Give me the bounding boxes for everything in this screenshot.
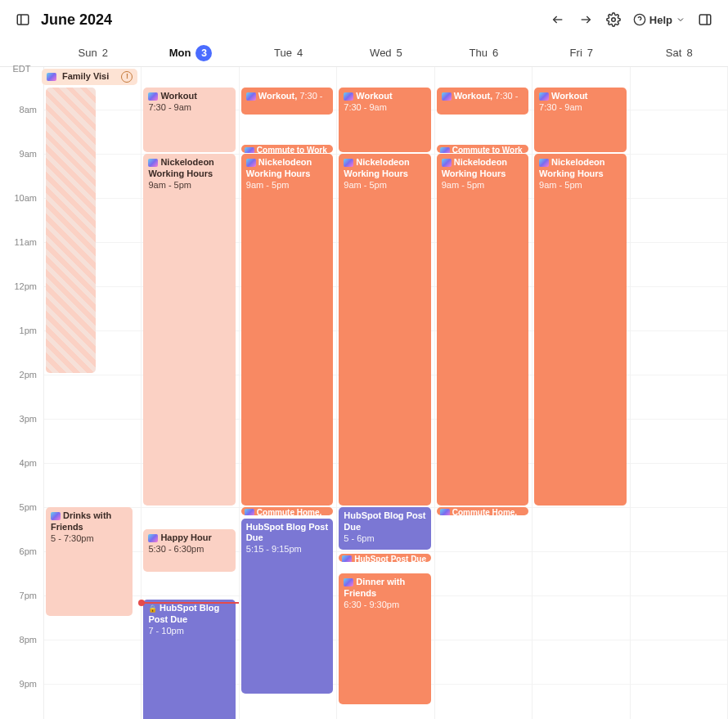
calendar-color-icon <box>51 512 61 520</box>
calendar-event[interactable]: 🔒 HubSpot Blog Post Due7 - 10pm <box>143 600 235 719</box>
calendar-event[interactable]: Dinner with Friends6:30 - 9:30pm <box>339 573 430 704</box>
day-column[interactable] <box>631 67 728 719</box>
event-title: Commute Home, <box>257 508 321 515</box>
help-button[interactable]: Help <box>633 13 685 26</box>
event-title: Workout <box>551 91 587 101</box>
day-column[interactable]: Workout, 7:30 -Commute to WorkNickelodeo… <box>435 67 533 719</box>
calendar-event[interactable]: Commute to Work <box>241 145 333 153</box>
calendar-event[interactable]: Nickelodeon Working Hours9am - 5pm <box>339 154 430 506</box>
event-time: 7:30 - <box>495 91 518 101</box>
day-column[interactable]: Workout7:30 - 9amNickelodeon Working Hou… <box>337 67 434 719</box>
event-time: 7:30 - 9am <box>539 102 582 112</box>
calendar-event[interactable]: Commute Home, <box>241 507 333 515</box>
warning-icon: ! <box>121 71 133 83</box>
day-header[interactable]: Tue4 <box>240 39 337 66</box>
calendar-grid[interactable]: Family Visi!Drinks with Friends5 - 7:30p… <box>44 67 728 719</box>
calendar-event[interactable]: Commute Home, <box>437 507 528 515</box>
event-time: 9am - 5pm <box>246 180 290 190</box>
calendar-event[interactable]: Workout, 7:30 - <box>241 88 333 115</box>
calendar-event[interactable]: HubSpot Blog Post Due5:15 - 9:15pm <box>241 519 333 694</box>
calendar-event[interactable]: Nickelodeon Working Hours9am - 5pm <box>437 154 528 506</box>
hour-label: 9am <box>20 149 37 159</box>
event-title: HubSpot Blog Post Due <box>246 522 328 543</box>
day-column[interactable]: Workout7:30 - 9amNickelodeon Working Hou… <box>142 67 239 719</box>
event-title: Nickelodeon Working Hours <box>148 157 213 178</box>
calendar-color-icon <box>148 92 158 101</box>
event-title: Workout, <box>258 91 297 101</box>
day-number: 7 <box>587 47 593 59</box>
chevron-down-icon <box>676 15 685 25</box>
event-time: 5 - 6pm <box>344 533 374 543</box>
event-time: 9am - 5pm <box>442 180 485 190</box>
day-column[interactable]: Family Visi!Drinks with Friends5 - 7:30p… <box>44 67 142 719</box>
day-name: Sat <box>666 47 682 59</box>
next-week-button[interactable] <box>577 11 594 28</box>
calendar-event[interactable]: HubSpot Blog Post Due5 - 6pm <box>339 507 430 550</box>
event-time: 7:30 - 9am <box>344 102 387 112</box>
hour-label: 11am <box>14 237 37 247</box>
calendar-color-icon <box>342 555 352 562</box>
hour-label: 12pm <box>14 281 37 291</box>
prev-week-button[interactable] <box>550 11 566 28</box>
day-column[interactable]: Workout7:30 - 9amNickelodeon Working Hou… <box>533 67 630 719</box>
calendar-event[interactable]: Happy Hour5:30 - 6:30pm <box>143 529 235 572</box>
day-header[interactable]: Sun2 <box>44 39 142 66</box>
svg-rect-0 <box>17 15 29 25</box>
event-title: Nickelodeon Working Hours <box>344 157 409 178</box>
event-title: Happy Hour <box>160 533 211 542</box>
calendar-event[interactable]: Commute to Work <box>437 145 528 153</box>
calendar-color-icon <box>246 159 256 167</box>
calendar-event[interactable]: Family Visi! <box>42 69 137 85</box>
hour-label: 8pm <box>20 635 37 645</box>
settings-button[interactable] <box>605 11 622 28</box>
day-header[interactable]: Thu6 <box>435 39 533 66</box>
hour-label: 1pm <box>20 326 37 335</box>
day-header[interactable]: Mon3 <box>142 39 239 66</box>
day-header[interactable]: Fri7 <box>533 39 630 66</box>
hour-label: 4pm <box>20 458 37 468</box>
day-header[interactable]: Wed5 <box>337 39 434 66</box>
lock-icon: 🔒 <box>148 604 160 613</box>
calendar-event[interactable]: Workout7:30 - 9am <box>143 88 235 152</box>
calendar-event[interactable]: Nickelodeon Working Hours9am - 5pm <box>241 154 333 506</box>
panel-right-icon[interactable] <box>697 11 713 28</box>
calendar-event[interactable]: Nickelodeon Working Hours9am - 5pm <box>143 154 235 506</box>
calendar-color-icon <box>539 92 549 101</box>
day-column[interactable]: Workout, 7:30 -Commute to WorkNickelodeo… <box>240 67 337 719</box>
calendar-event[interactable] <box>46 88 96 373</box>
event-title: Commute to Work <box>452 146 523 153</box>
time-gutter: EDT 8am9am10am11am12pm1pm2pm3pm4pm5pm6pm… <box>0 67 44 719</box>
hour-label: 2pm <box>20 370 37 380</box>
calendar-color-icon <box>344 92 353 101</box>
calendar-event[interactable]: Workout, 7:30 - <box>437 88 528 115</box>
day-number: 5 <box>397 47 402 59</box>
page-title: June 2024 <box>41 11 112 29</box>
panel-left-icon[interactable] <box>15 11 31 28</box>
event-title: Commute to Work <box>257 146 327 153</box>
event-title: Workout, <box>454 91 492 101</box>
svg-rect-7 <box>699 15 711 25</box>
calendar-event[interactable]: HubSpot Post Due <box>339 554 430 562</box>
hour-label: 6pm <box>20 546 37 556</box>
calendar-event[interactable]: Drinks with Friends5 - 7:30pm <box>46 507 133 616</box>
event-time: 5 - 7:30pm <box>51 533 94 543</box>
event-title: Family Visi <box>62 71 109 83</box>
calendar-event[interactable]: Workout7:30 - 9am <box>339 88 430 152</box>
calendar-color-icon <box>47 73 56 81</box>
event-title: HubSpot Post Due <box>354 555 426 562</box>
calendar-event[interactable]: Nickelodeon Working Hours9am - 5pm <box>534 154 626 506</box>
today-badge: 3 <box>195 45 212 61</box>
day-name: Wed <box>370 47 392 59</box>
day-header[interactable]: Sat8 <box>631 39 728 66</box>
day-number: 4 <box>297 47 303 59</box>
calendar-color-icon <box>245 509 254 515</box>
hour-label: 8am <box>20 105 37 115</box>
hour-label: 7pm <box>20 591 37 600</box>
day-number: 6 <box>492 47 498 59</box>
help-label: Help <box>649 14 672 26</box>
now-indicator <box>142 602 238 604</box>
event-title: Commute Home, <box>452 508 517 515</box>
calendar-event[interactable]: Workout7:30 - 9am <box>534 88 626 152</box>
day-name: Thu <box>470 47 488 59</box>
event-title: Nickelodeon Working Hours <box>246 157 312 178</box>
